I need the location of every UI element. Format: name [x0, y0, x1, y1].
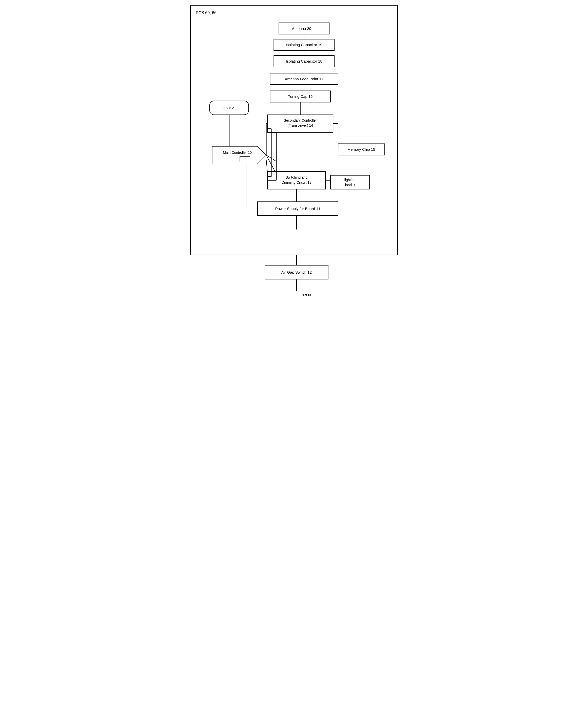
main-controller-box [212, 146, 267, 164]
air-gap-switch-label: Air Gap Switch 12 [281, 270, 312, 274]
antenna-feed-label: Antenna Feed Point 17 [285, 77, 323, 81]
isolating-cap-18-label: Isolating Capacitor 18 [286, 59, 322, 63]
tuning-cap-label: Tuning Cap 16 [288, 94, 313, 99]
line-in-label: line in [301, 292, 311, 296]
page-wrapper: PCB 60, 66 Antenna 20 Isolating Capacito… [190, 5, 398, 301]
main-controller-label1: Main Controller 10 [223, 150, 252, 155]
lighting-load-label2: load 9 [345, 183, 355, 187]
lighting-load-box [331, 175, 370, 189]
memory-chip-label: Memory Chip 15 [348, 147, 375, 151]
secondary-controller-label2: (Transceiver) 14 [288, 123, 313, 127]
below-diagram: Air Gap Switch 12 line in [195, 255, 393, 301]
isolating-cap-19-label: Isolating Capacitor 19 [286, 43, 322, 47]
pcb-label: PCB 60, 66 [196, 11, 392, 15]
input-label: Input 21 [222, 106, 236, 110]
switching-dimming-label2: Dimming Circuit 13 [281, 180, 312, 184]
line-mc-to-switch [267, 160, 268, 174]
secondary-controller-label1: Secondary Controller [284, 118, 317, 122]
lighting-load-label1: lighting [344, 178, 356, 182]
switching-dimming-label1: Switching and [286, 175, 308, 179]
diagram-outer: PCB 60, 66 Antenna 20 Isolating Capacito… [190, 5, 398, 255]
below-border: Air Gap Switch 12 line in [190, 255, 398, 301]
circuit-diagram: Antenna 20 Isolating Capacitor 19 Isolat… [196, 18, 392, 249]
power-supply-label: Power Supply for Board 11 [275, 206, 320, 211]
antenna-label: Antenna 20 [292, 26, 311, 30]
main-controller-inner-rect [240, 156, 250, 162]
